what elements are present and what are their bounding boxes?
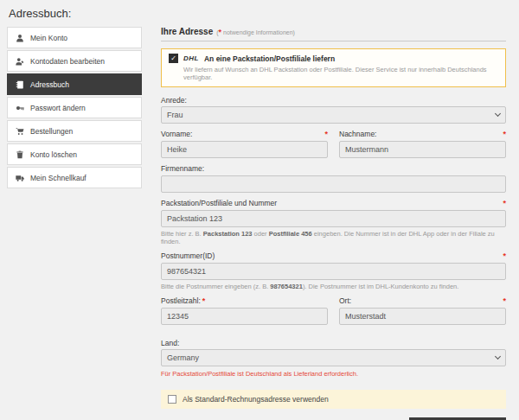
nachname-input[interactable] (339, 141, 506, 158)
sidebar-item-label: Adressbuch (30, 80, 69, 89)
note-fragment: notwendige Informationen) (221, 29, 295, 35)
key-icon (16, 104, 24, 112)
postnummer-label: Postnummer(ID) (161, 251, 215, 260)
anrede-selected-value: Frau (167, 111, 183, 119)
help-fragment: oder (252, 230, 268, 238)
required-note: (* notwendige Informationen) (216, 29, 295, 36)
field-land: Land: Germany Für Packstation/Postfilial… (161, 339, 506, 378)
user-icon (16, 34, 24, 42)
required-asterisk: * (503, 252, 506, 260)
standard-billing-row: Als Standard-Rechnungsadresse verwenden (161, 390, 506, 409)
help-fragment: Postfiliale 456 (269, 230, 312, 238)
ort-input[interactable] (339, 308, 506, 325)
land-selected-value: Germany (167, 353, 199, 362)
sidebar-item-mein-schnellkauf[interactable]: Mein Schnellkauf (7, 167, 142, 188)
standard-billing-label: Als Standard-Rechnungsadresse verwenden (183, 395, 329, 404)
land-select[interactable]: Germany (161, 349, 506, 366)
sidebar-item-label: Passwort ändern (30, 104, 86, 112)
help-fragment: Packstation 123 (203, 230, 253, 238)
help-fragment: 987654321 (270, 283, 303, 290)
name-row: Vorname:* Nachname:* (161, 130, 506, 164)
trash-icon (16, 150, 24, 159)
firmenname-input[interactable] (161, 175, 506, 193)
chevron-down-icon (495, 353, 501, 360)
field-postnummer: Postnummer(ID)* Bitte die Postnummer ein… (161, 251, 506, 290)
sidebar-item-mein-konto[interactable]: Mein Konto (7, 27, 142, 48)
required-asterisk: * (503, 130, 506, 138)
postnummer-help-text: Bitte die Postnummer eingeben (z. B. 987… (161, 283, 506, 290)
cart-icon (16, 127, 24, 136)
form-title: Ihre Adresse (161, 27, 213, 36)
dhl-option-subtitle: Wir liefern auf Wunsch an DHL Packstatio… (169, 66, 498, 81)
sidebar-item-konto-loeschen[interactable]: Konto löschen (7, 143, 142, 165)
vorname-input[interactable] (161, 141, 328, 158)
packstation-input[interactable] (161, 210, 506, 227)
dhl-packstation-checkbox[interactable] (169, 54, 178, 63)
nachname-label: Nachname: (339, 130, 376, 138)
dhl-option-title: An eine Packstation/Postfiliale liefern (204, 54, 335, 63)
dhl-packstation-box: DHL An eine Packstation/Postfiliale lief… (161, 48, 506, 87)
postleitzahl-input[interactable] (161, 308, 328, 325)
field-firmenname: Firmenname: (161, 164, 506, 193)
required-asterisk: * (324, 130, 328, 138)
field-anrede: Anrede: Frau (161, 96, 506, 124)
address-book-icon (16, 80, 24, 89)
sidebar-item-label: Mein Schnellkauf (30, 174, 86, 182)
city-row: Postleitzahl:* Ort:* (161, 296, 506, 331)
packstation-label: Packstation/Postfiliale und Nummer (161, 199, 277, 207)
sidebar-item-label: Mein Konto (30, 34, 67, 42)
packstation-help-text: Bitte hier z. B. Packstation 123 oder Po… (161, 230, 506, 245)
sidebar: Mein Konto Kontodaten bearbeiten Adressb… (7, 27, 142, 190)
field-vorname: Vorname:* (161, 130, 328, 158)
help-fragment: ). Die Postnummer ist im DHL-Kundenkonto… (303, 283, 459, 290)
anrede-select[interactable]: Frau (161, 106, 506, 124)
required-asterisk: * (503, 297, 506, 305)
firmenname-label: Firmenname: (161, 164, 204, 173)
layout: Mein Konto Kontodaten bearbeiten Adressb… (0, 27, 519, 420)
dhl-logo: DHL (183, 54, 199, 62)
sidebar-item-label: Bestellungen (30, 127, 73, 136)
field-nachname: Nachname:* (339, 130, 506, 158)
postnummer-input[interactable] (161, 263, 506, 280)
sidebar-item-adressbuch[interactable]: Adressbuch (7, 73, 142, 95)
sidebar-item-passwort-aendern[interactable]: Passwort ändern (7, 97, 142, 118)
chevron-down-icon (495, 111, 501, 117)
field-postleitzahl: Postleitzahl:* (161, 296, 328, 325)
help-fragment: Bitte die Postnummer eingeben (z. B. (161, 283, 270, 290)
sidebar-item-label: Kontodaten bearbeiten (30, 57, 105, 66)
user-edit-icon (16, 57, 24, 66)
anrede-label: Anrede: (161, 96, 187, 105)
form-heading: Ihre Adresse (* notwendige Informationen… (161, 27, 506, 41)
truck-icon (16, 174, 24, 182)
sidebar-item-kontodaten-bearbeiten[interactable]: Kontodaten bearbeiten (7, 50, 142, 72)
vorname-label: Vorname: (161, 130, 192, 138)
ort-label: Ort: (339, 296, 351, 305)
required-asterisk: * (503, 200, 506, 207)
land-label: Land: (161, 339, 179, 347)
required-asterisk: * (202, 297, 206, 305)
sidebar-item-bestellungen[interactable]: Bestellungen (7, 120, 142, 142)
field-packstation: Packstation/Postfiliale und Nummer* Bitt… (161, 199, 506, 245)
dhl-packstation-row: DHL An eine Packstation/Postfiliale lief… (169, 54, 498, 63)
sidebar-item-label: Konto löschen (30, 150, 77, 159)
postleitzahl-label: Postleitzahl: (161, 296, 201, 305)
help-fragment: Bitte hier z. B. (161, 230, 203, 238)
page-title: Adressbuch: (0, 0, 519, 27)
field-ort: Ort:* (339, 296, 506, 325)
standard-billing-checkbox[interactable] (168, 395, 176, 404)
address-form: Ihre Adresse (* notwendige Informationen… (161, 27, 506, 420)
land-requirement-note: Für Packstation/Postfiliale ist Deutschl… (161, 370, 506, 378)
